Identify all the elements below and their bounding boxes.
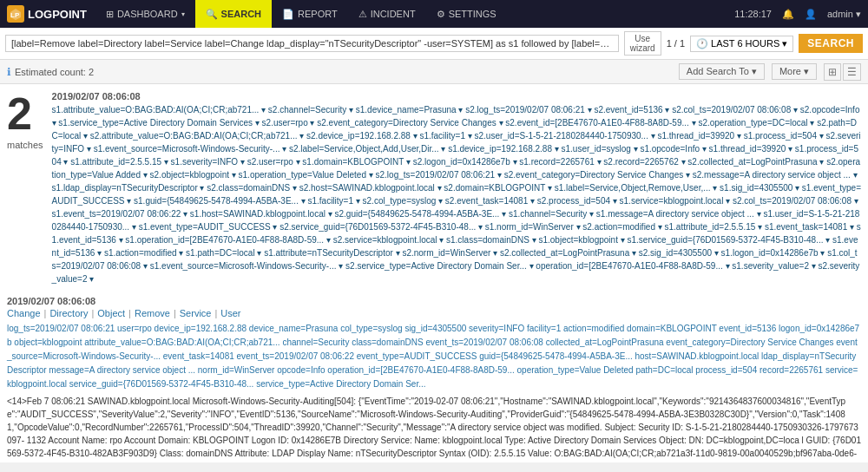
- admin-label[interactable]: admin ▾: [827, 9, 861, 20]
- nav-incident-label: INCIDENT: [371, 9, 416, 19]
- nav-dashboard[interactable]: ⊞ DASHBOARD ▾: [95, 0, 195, 28]
- time-display: 11:28:17: [734, 9, 772, 19]
- tag-object[interactable]: Object: [97, 308, 125, 318]
- add-search-button[interactable]: Add Search To ▾: [679, 63, 765, 80]
- toolbar-right: Add Search To ▾ More ▾ ⊞ ☰: [679, 63, 861, 81]
- match-section: 2 matches 2019/02/07 08:06:08 s1.attribu…: [0, 84, 868, 292]
- match-count-block: 2 matches: [7, 91, 43, 285]
- nav-settings-label: SETTINGS: [449, 9, 496, 19]
- event-text-1: s1.attribute_value=O:BAG:BAD:AI(OA;CI;CR…: [52, 103, 861, 285]
- page-counter: 1 / 1: [667, 38, 685, 49]
- tag-service[interactable]: Service: [180, 308, 212, 318]
- incident-icon: ⚠: [358, 9, 367, 20]
- last-hours-label: LAST 6 HOURS: [711, 38, 779, 49]
- dashboard-icon: ⊞: [106, 9, 114, 20]
- nav-search-label: SEARCH: [221, 9, 261, 19]
- nav-report[interactable]: 📄 REPORT: [272, 0, 348, 28]
- tag-remove[interactable]: Remove: [135, 308, 170, 318]
- event-raw-text-2: <14>Feb 7 08:06:21 SAWINAD.kblogpoint.lo…: [7, 395, 861, 462]
- match-count: 2: [7, 91, 43, 136]
- nav-dashboard-label: DASHBOARD: [117, 9, 178, 19]
- logo-text: LOGPOINT: [28, 8, 87, 21]
- settings-icon: ⚙: [437, 9, 445, 20]
- results-container: 2 matches 2019/02/07 08:06:08 s1.attribu…: [0, 84, 868, 462]
- logo-icon: LP: [7, 5, 24, 23]
- event-tags: Change| Directory| Object| Remove| Servi…: [7, 308, 861, 318]
- event-timestamp-1: 2019/02/07 08:06:08: [52, 91, 861, 102]
- first-event-block: 2019/02/07 08:06:08 s1.attribute_value=O…: [52, 91, 861, 285]
- chevron-down-icon: ▾: [181, 10, 185, 18]
- estimated-count: ℹ Estimated count: 2: [7, 66, 94, 78]
- results-toolbar: ℹ Estimated count: 2 Add Search To ▾ Mor…: [0, 60, 868, 84]
- more-button[interactable]: More ▾: [772, 63, 817, 80]
- tag-user[interactable]: User: [220, 308, 240, 318]
- event-structured-text-2: log_ts=2019/02/07 08:06:21 user=rpo devi…: [7, 322, 861, 391]
- search-button[interactable]: SEARCH: [799, 34, 863, 53]
- tag-change[interactable]: Change: [7, 308, 41, 318]
- list-view-button[interactable]: ☰: [843, 63, 861, 81]
- event-timestamp-2: 2019/02/07 08:06:08: [7, 296, 861, 306]
- svg-text:LP: LP: [10, 11, 20, 19]
- second-event-block: 2019/02/07 08:06:08 Change| Directory| O…: [0, 292, 868, 462]
- view-toggle: ⊞ ☰: [824, 63, 861, 81]
- nav-incident[interactable]: ⚠ INCIDENT: [348, 0, 426, 28]
- chevron-down-icon: ▾: [782, 38, 787, 49]
- bell-icon: 🔔: [782, 9, 794, 20]
- nav-report-label: REPORT: [298, 9, 338, 19]
- top-navigation: LP LOGPOINT ⊞ DASHBOARD ▾ 🔍 SEARCH 📄 REP…: [0, 0, 868, 28]
- nav-right: 11:28:17 🔔 👤 admin ▾: [734, 9, 861, 20]
- use-wizard-button[interactable]: Use wizard: [624, 31, 661, 56]
- logo: LP LOGPOINT: [7, 5, 87, 23]
- nav-settings[interactable]: ⚙ SETTINGS: [426, 0, 507, 28]
- tag-directory[interactable]: Directory: [49, 308, 88, 318]
- grid-view-button[interactable]: ⊞: [824, 63, 841, 81]
- search-nav-icon: 🔍: [206, 9, 218, 20]
- user-icon: 👤: [805, 9, 817, 20]
- nav-search[interactable]: 🔍 SEARCH: [195, 0, 272, 28]
- report-icon: 📄: [282, 9, 294, 20]
- search-input[interactable]: [5, 35, 619, 52]
- info-icon: ℹ: [7, 66, 11, 78]
- search-bar: Use wizard 1 / 1 🕐 LAST 6 HOURS ▾ SEARCH: [0, 28, 868, 60]
- clock-icon: 🕐: [696, 38, 708, 49]
- estimated-count-label: Estimated count: 2: [15, 67, 94, 77]
- last-hours-button[interactable]: 🕐 LAST 6 HOURS ▾: [690, 36, 793, 52]
